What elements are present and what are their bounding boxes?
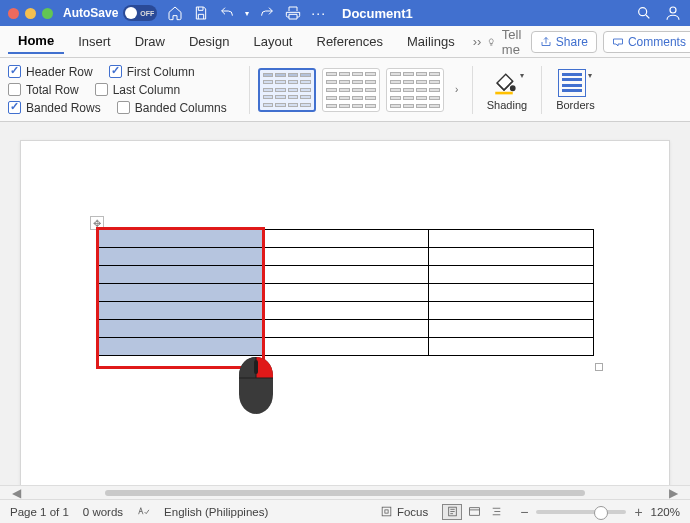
search-icon[interactable] xyxy=(636,5,652,21)
language-indicator[interactable]: English (Philippines) xyxy=(164,506,268,518)
window-controls[interactable] xyxy=(8,8,53,19)
horizontal-scrollbar[interactable]: ◀ ▶ xyxy=(0,485,690,499)
focus-icon xyxy=(380,505,393,518)
checkbox-total-row[interactable]: Total Row xyxy=(8,83,79,97)
spellcheck-icon[interactable] xyxy=(137,505,150,518)
borders-button[interactable]: ▾ Borders xyxy=(550,69,601,111)
table-row xyxy=(99,302,594,320)
page-indicator[interactable]: Page 1 of 1 xyxy=(10,506,69,518)
outline-view-icon[interactable] xyxy=(486,504,506,520)
document-title: Document1 xyxy=(342,6,413,21)
table-style-2[interactable] xyxy=(322,68,380,112)
table-style-1[interactable] xyxy=(258,68,316,112)
shading-button[interactable]: ▾ Shading xyxy=(481,69,533,111)
borders-icon xyxy=(558,69,586,97)
focus-mode[interactable]: Focus xyxy=(380,505,428,518)
tab-draw[interactable]: Draw xyxy=(125,30,175,53)
svg-rect-6 xyxy=(385,510,388,513)
zoom-control: − + 120% xyxy=(520,504,680,520)
tab-layout[interactable]: Layout xyxy=(243,30,302,53)
share-button[interactable]: Share xyxy=(531,31,597,53)
print-icon[interactable] xyxy=(285,5,301,21)
svg-rect-3 xyxy=(495,91,513,94)
share-icon xyxy=(540,36,552,48)
comments-button[interactable]: Comments xyxy=(603,31,690,53)
maximize-window-icon[interactable] xyxy=(42,8,53,19)
bulb-icon xyxy=(487,35,496,49)
web-layout-view-icon[interactable] xyxy=(464,504,484,520)
svg-point-0 xyxy=(639,8,647,16)
redo-icon[interactable] xyxy=(259,5,275,21)
mouse-right-click-icon xyxy=(235,354,277,416)
tab-mailings[interactable]: Mailings xyxy=(397,30,465,53)
table-row xyxy=(99,248,594,266)
autosave-label: AutoSave xyxy=(63,6,118,20)
table-row xyxy=(99,266,594,284)
paint-bucket-icon xyxy=(490,69,518,97)
home-icon[interactable] xyxy=(167,5,183,21)
tab-references[interactable]: References xyxy=(307,30,393,53)
close-window-icon[interactable] xyxy=(8,8,19,19)
autosave-switch-icon[interactable]: OFF xyxy=(123,5,157,21)
undo-dropdown-icon[interactable]: ▾ xyxy=(245,9,249,18)
scroll-right-icon[interactable]: ▶ xyxy=(669,486,678,500)
table-style-options: Header Row First Column Total Row Last C… xyxy=(8,65,227,115)
table-row xyxy=(99,230,594,248)
chevron-down-icon: ▾ xyxy=(520,71,524,80)
table-row xyxy=(99,338,594,356)
account-icon[interactable] xyxy=(664,4,682,22)
quick-access-toolbar: ▾ ··· xyxy=(167,5,326,21)
ribbon-tabs: Home Insert Draw Design Layout Reference… xyxy=(0,26,690,58)
more-icon[interactable]: ··· xyxy=(311,5,326,21)
svg-point-1 xyxy=(670,7,676,13)
word-count[interactable]: 0 words xyxy=(83,506,123,518)
autosave-toggle[interactable]: AutoSave OFF xyxy=(63,5,157,21)
shading-label: Shading xyxy=(487,99,527,111)
checkbox-last-column[interactable]: Last Column xyxy=(95,83,180,97)
scrollbar-thumb[interactable] xyxy=(105,490,585,496)
scroll-left-icon[interactable]: ◀ xyxy=(12,486,21,500)
table-resize-handle-icon[interactable] xyxy=(595,363,603,371)
tab-home[interactable]: Home xyxy=(8,29,64,54)
chevron-down-icon: ▾ xyxy=(588,71,592,80)
status-bar: Page 1 of 1 0 words English (Philippines… xyxy=(0,499,690,523)
document-canvas[interactable]: ✥ xyxy=(0,122,690,499)
tab-design[interactable]: Design xyxy=(179,30,239,53)
view-modes xyxy=(442,504,506,520)
zoom-level[interactable]: 120% xyxy=(651,506,680,518)
table-styles-gallery: › xyxy=(258,68,464,112)
checkbox-header-row[interactable]: Header Row xyxy=(8,65,93,79)
table[interactable] xyxy=(98,229,594,356)
comment-icon xyxy=(612,36,624,48)
undo-icon[interactable] xyxy=(219,5,235,21)
table-move-handle-icon[interactable]: ✥ xyxy=(90,216,104,230)
zoom-in-button[interactable]: + xyxy=(634,504,642,520)
tab-insert[interactable]: Insert xyxy=(68,30,121,53)
checkbox-banded-rows[interactable]: Banded Rows xyxy=(8,101,101,115)
table-row xyxy=(99,284,594,302)
minimize-window-icon[interactable] xyxy=(25,8,36,19)
svg-point-2 xyxy=(511,86,515,90)
titlebar: AutoSave OFF ▾ ··· Document1 xyxy=(0,0,690,26)
svg-rect-5 xyxy=(382,507,391,516)
save-icon[interactable] xyxy=(193,5,209,21)
overflow-chevron-icon[interactable]: ›› xyxy=(473,34,482,49)
print-layout-view-icon[interactable] xyxy=(442,504,462,520)
table-row xyxy=(99,320,594,338)
svg-rect-8 xyxy=(469,508,479,516)
page[interactable]: ✥ xyxy=(20,140,670,499)
styles-more-button[interactable]: › xyxy=(450,68,464,112)
zoom-slider[interactable] xyxy=(536,510,626,514)
checkbox-banded-columns[interactable]: Banded Columns xyxy=(117,101,227,115)
borders-label: Borders xyxy=(556,99,595,111)
checkbox-first-column[interactable]: First Column xyxy=(109,65,195,79)
tell-me-label[interactable]: Tell me xyxy=(502,27,527,57)
table-style-3[interactable] xyxy=(386,68,444,112)
ribbon: Header Row First Column Total Row Last C… xyxy=(0,58,690,122)
zoom-out-button[interactable]: − xyxy=(520,504,528,520)
